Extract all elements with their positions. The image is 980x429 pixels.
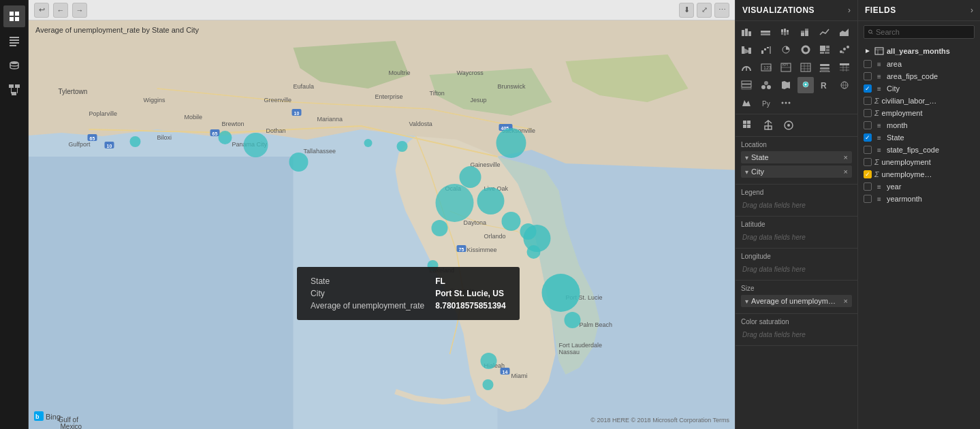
fields-icon[interactable] (740, 117, 756, 133)
field-checkbox-city[interactable]: ✓ (864, 84, 872, 93)
field-checkbox-month[interactable] (864, 121, 872, 129)
field-checkbox-unemployment[interactable] (864, 158, 872, 166)
gauge-chart-icon[interactable] (738, 59, 755, 76)
matrix-chart-icon[interactable] (797, 59, 814, 76)
svg-point-87 (481, 353, 497, 369)
waterfall-chart-icon[interactable] (758, 42, 774, 58)
svg-text:Miami: Miami (511, 372, 528, 379)
map-container[interactable]: Average of unemployment_rate by State an… (29, 20, 735, 429)
sidebar-report-icon[interactable] (3, 30, 25, 52)
field-checkbox-state[interactable]: ✓ (864, 133, 872, 142)
field-checkbox-employment[interactable] (864, 109, 872, 117)
more-visuals-icon[interactable] (778, 95, 794, 111)
left-sidebar (0, 0, 29, 429)
shape-map-icon[interactable] (738, 95, 755, 111)
field-item-city[interactable]: ✓ ≡ City (858, 82, 980, 95)
field-item-employment[interactable]: Σ employment (858, 107, 980, 119)
field-checkbox-area[interactable] (864, 60, 872, 68)
save-btn[interactable]: ⬇ (679, 3, 694, 18)
sidebar-data-icon[interactable] (3, 54, 25, 76)
field-item-area-fips-code[interactable]: ≡ area_fips_code (858, 70, 980, 82)
field-item-unemployment[interactable]: Σ unemployment (858, 156, 980, 168)
svg-rect-139 (840, 63, 849, 65)
svg-text:Py: Py (762, 100, 770, 108)
undo-btn[interactable]: ← (53, 3, 68, 18)
redo-btn[interactable]: → (72, 3, 87, 18)
field-checkbox-year[interactable] (864, 182, 872, 191)
slicer-chart-icon[interactable] (817, 59, 833, 76)
svg-rect-99 (784, 29, 786, 32)
field-checkbox-civilian-labor[interactable] (864, 97, 872, 105)
city-pill-dropdown[interactable]: ▾ (745, 168, 748, 176)
line-chart-icon[interactable] (817, 24, 833, 40)
svg-rect-4 (10, 37, 19, 38)
table-folder-all-years-months[interactable]: all_years_months (858, 44, 980, 58)
field-item-year[interactable]: ≡ year (858, 180, 980, 193)
field-name-month: month (887, 121, 975, 129)
kpi-chart-icon[interactable]: KPI (778, 59, 794, 76)
fields-search-input[interactable] (876, 28, 970, 36)
multi-row-card-icon[interactable] (738, 77, 755, 93)
pie-chart-icon[interactable] (778, 42, 794, 58)
field-item-area[interactable]: ≡ area (858, 58, 980, 70)
custom-visual-1-icon[interactable] (758, 77, 774, 93)
grouped-bar-chart-icon[interactable] (797, 24, 814, 40)
viz-panel-chevron[interactable]: › (848, 5, 851, 15)
state-pill[interactable]: ▾ State × (741, 151, 852, 163)
svg-point-85 (542, 274, 580, 312)
map-chart-icon[interactable] (797, 77, 814, 93)
size-pill[interactable]: ▾ Average of unemploym… × (741, 295, 852, 307)
area-chart-icon[interactable] (836, 24, 853, 40)
field-name-year: year (887, 182, 975, 191)
ribbon-chart-icon[interactable] (738, 42, 755, 58)
field-item-state-fips-code[interactable]: ≡ state_fips_code (858, 144, 980, 156)
donut-chart-icon[interactable] (797, 42, 814, 58)
field-item-civilian-labor[interactable]: Σ civilian_labor_… (858, 95, 980, 107)
sidebar-home-icon[interactable] (3, 5, 25, 27)
svg-point-73 (364, 139, 373, 147)
state-pill-dropdown[interactable]: ▾ (745, 154, 748, 161)
location-label: Location (741, 141, 852, 148)
stacked-column-chart-icon[interactable] (758, 24, 774, 40)
size-pill-dropdown[interactable]: ▾ (745, 298, 748, 305)
size-pill-remove[interactable]: × (844, 297, 848, 305)
state-pill-remove[interactable]: × (844, 153, 848, 161)
city-pill-remove[interactable]: × (844, 168, 848, 176)
analytics-icon[interactable] (780, 117, 797, 133)
100pct-bar-chart-icon[interactable] (778, 24, 794, 40)
scatter-chart-icon[interactable] (836, 42, 853, 58)
city-pill[interactable]: ▾ City × (741, 165, 852, 178)
field-checkbox-state-fips-code[interactable] (864, 146, 872, 154)
sidebar-model-icon[interactable] (3, 79, 25, 101)
fullscreen-btn[interactable]: ⤢ (697, 3, 712, 18)
back-to-reports-btn[interactable]: ↩ (34, 3, 49, 18)
svg-text:Tifton: Tifton (430, 90, 445, 97)
r-visual-icon[interactable]: R (817, 77, 833, 93)
field-item-month[interactable]: ≡ month (858, 119, 980, 131)
field-checkbox-area-fips-code[interactable] (864, 72, 872, 80)
folder-expand-icon (864, 47, 872, 55)
svg-point-69 (130, 136, 141, 147)
svg-text:Tallahassee: Tallahassee (304, 148, 336, 155)
fields-search-box[interactable] (864, 25, 975, 39)
more-options-btn[interactable]: ⋯ (714, 3, 729, 18)
field-checkbox-yearmonth[interactable] (864, 195, 872, 203)
field-item-yearmonth[interactable]: ≡ yearmonth (858, 193, 980, 205)
globe-map-icon[interactable] (836, 77, 853, 93)
filled-map-icon[interactable] (778, 77, 794, 93)
field-item-unemployment-rate[interactable]: ✓ Σ unemployme… (858, 168, 980, 180)
stacked-bar-chart-icon[interactable] (738, 24, 755, 40)
field-type-state: ≡ (874, 134, 884, 142)
map-attribution: © 2018 HERE © 2018 Microsoft Corporation… (590, 417, 729, 424)
treemap-chart-icon[interactable] (817, 42, 833, 58)
field-checkbox-unemployment-rate[interactable]: ✓ (864, 170, 872, 178)
fields-panel-chevron[interactable]: › (970, 5, 973, 15)
table-chart-icon[interactable] (836, 59, 853, 76)
svg-point-74 (397, 141, 408, 152)
format-icon[interactable] (760, 117, 776, 133)
python-visual-icon[interactable]: Py (758, 95, 774, 111)
field-item-state[interactable]: ✓ ≡ State (858, 131, 980, 144)
svg-rect-9 (9, 84, 14, 88)
card-chart-icon[interactable]: 123 (758, 59, 774, 76)
bing-logo: b Bing (34, 411, 61, 424)
